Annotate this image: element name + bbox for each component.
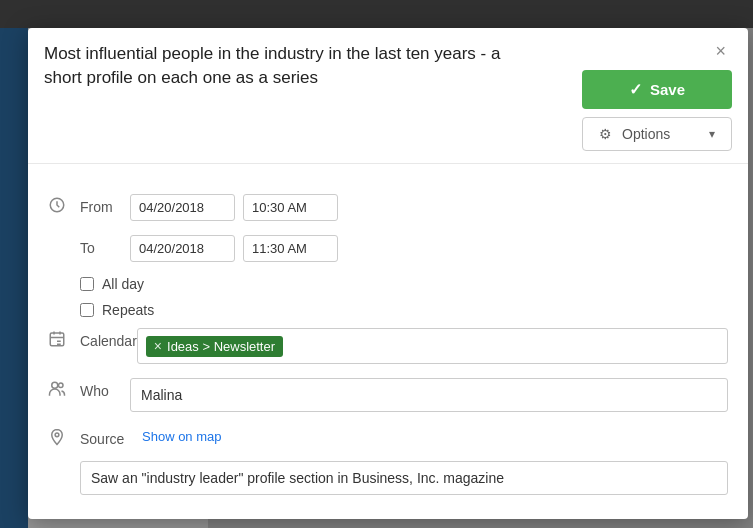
modal-title: Most influential people in the industry … (44, 42, 534, 90)
from-row: From (48, 194, 728, 221)
location-icon (48, 426, 80, 446)
to-time-input[interactable] (243, 235, 338, 262)
source-row: Source Show on map (48, 426, 728, 447)
svg-point-10 (52, 382, 58, 388)
allday-label[interactable]: All day (102, 276, 144, 292)
calendar-icon (48, 328, 80, 348)
calendar-content: × Ideas > Newsletter (137, 328, 728, 364)
to-fields (130, 235, 728, 262)
allday-checkbox[interactable] (80, 277, 94, 291)
calendar-tag: × Ideas > Newsletter (146, 336, 283, 357)
modal-body: From To All day Repeats (28, 178, 748, 495)
calendar-label: Calendar (80, 328, 137, 349)
repeats-label[interactable]: Repeats (102, 302, 154, 318)
show-on-map-link[interactable]: Show on map (142, 429, 222, 444)
close-button[interactable]: × (709, 40, 732, 62)
to-label: To (80, 235, 130, 256)
from-fields (130, 194, 728, 221)
to-date-input[interactable] (130, 235, 235, 262)
calendar-input-box[interactable]: × Ideas > Newsletter (137, 328, 728, 364)
from-label: From (80, 194, 130, 215)
source-label: Source (80, 426, 130, 447)
save-button[interactable]: ✓ Save (582, 70, 732, 109)
clock-icon (48, 194, 80, 214)
svg-point-11 (59, 383, 64, 388)
source-input-row (48, 461, 728, 495)
gear-icon: ⚙ (599, 126, 612, 142)
from-time-input[interactable] (243, 194, 338, 221)
who-content (130, 378, 728, 412)
options-button[interactable]: ⚙ Options ▾ (582, 117, 732, 151)
svg-point-12 (55, 433, 59, 437)
event-modal: Most influential people in the industry … (28, 28, 748, 519)
source-label-row: Source Show on map (80, 426, 222, 447)
repeats-checkbox[interactable] (80, 303, 94, 317)
tag-close-icon[interactable]: × (154, 339, 162, 353)
calendar-tag-label: Ideas > Newsletter (167, 339, 275, 354)
from-date-input[interactable] (130, 194, 235, 221)
calendar-row: Calendar × Ideas > Newsletter (48, 328, 728, 364)
to-icon-spacer (48, 235, 80, 237)
repeats-row: Repeats (48, 302, 728, 318)
to-row: To (48, 235, 728, 262)
who-input[interactable] (130, 378, 728, 412)
who-row: Who (48, 378, 728, 412)
header-divider (28, 163, 748, 164)
source-input[interactable] (80, 461, 728, 495)
who-icon (48, 378, 80, 398)
chevron-down-icon: ▾ (709, 127, 715, 141)
who-label: Who (80, 378, 130, 399)
allday-row: All day (48, 276, 728, 292)
check-icon: ✓ (629, 80, 642, 99)
